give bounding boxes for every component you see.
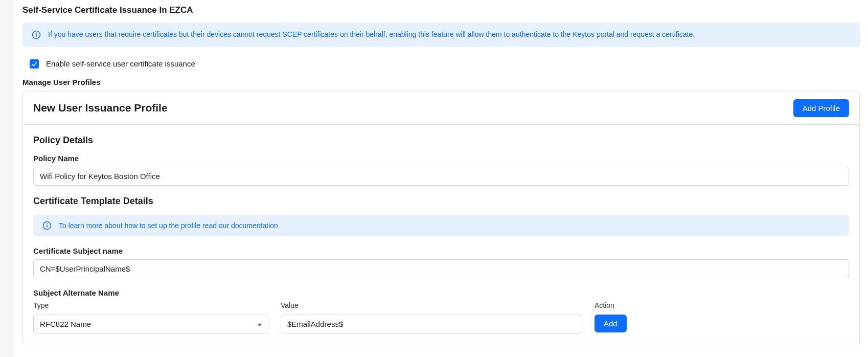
enable-self-service-label: Enable self-service user certificate iss… [46,59,195,68]
profile-card: New User Issuance Profile Add Profile Po… [22,92,860,344]
profile-card-body: Policy Details Policy Name Certificate T… [23,125,859,344]
san-type-select[interactable]: RFC822 Name [33,315,268,333]
svg-point-5 [47,224,48,224]
top-info-banner: If you have users that require certifica… [22,23,860,47]
policy-name-input[interactable] [33,167,849,186]
san-type-selected: RFC822 Name [40,320,91,328]
san-value-column: Value [281,301,582,333]
subject-name-label: Certificate Subject name [33,247,849,255]
info-icon [32,30,41,39]
enable-self-service-checkbox[interactable] [30,59,39,69]
san-label: Subject Alternate Name [33,288,849,297]
page-title: Self-Service Certificate Issuance In EZC… [22,5,860,15]
template-info-link[interactable]: To learn more about how to set up the pr… [59,221,278,230]
manage-profiles-label: Manage User Profiles [22,78,860,86]
san-type-column: Type RFC822 Name [33,301,268,333]
svg-point-2 [36,33,37,33]
subject-name-input[interactable] [33,259,849,278]
san-value-input[interactable] [281,315,582,333]
policy-name-label: Policy Name [33,154,849,163]
page-container: Self-Service Certificate Issuance In EZC… [14,0,868,357]
san-value-header: Value [281,301,582,309]
top-info-text: If you have users that require certifica… [48,30,695,40]
san-add-button[interactable]: Add [595,315,627,332]
san-action-column: Action Add [595,301,661,332]
policy-details-heading: Policy Details [33,135,849,146]
chevron-down-icon [257,320,262,328]
template-info-banner: To learn more about how to set up the pr… [33,215,849,236]
san-action-header: Action [595,301,661,309]
profile-card-title: New User Issuance Profile [33,102,168,114]
san-type-header: Type [33,301,268,309]
info-icon [42,221,52,230]
enable-checkbox-row: Enable self-service user certificate iss… [22,57,860,78]
san-row: Type RFC822 Name Value [33,301,849,333]
template-details-heading: Certificate Template Details [33,196,849,207]
profile-card-header: New User Issuance Profile Add Profile [23,92,859,125]
add-profile-button[interactable]: Add Profile [793,99,849,117]
